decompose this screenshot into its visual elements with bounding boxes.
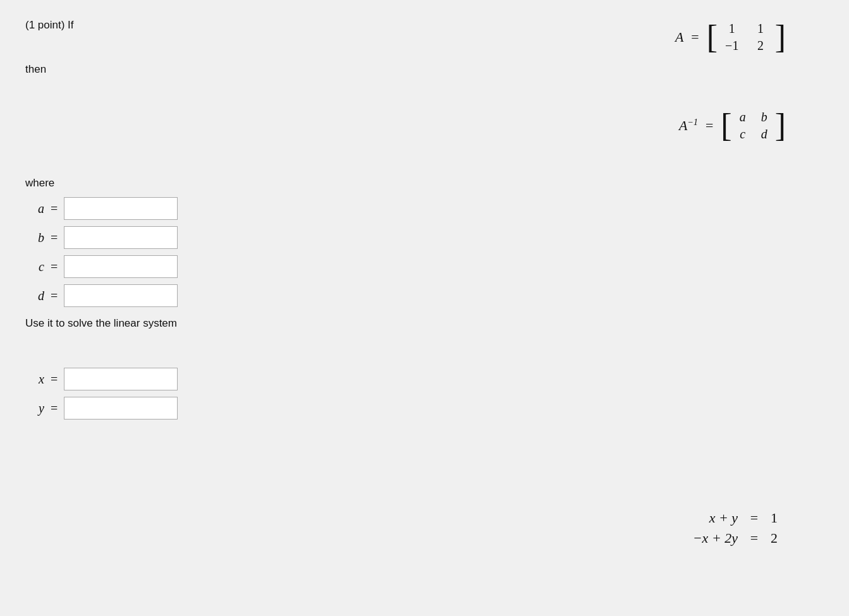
use-it-label: Use it to solve the linear system (25, 317, 824, 330)
a-input-row: a = (25, 197, 824, 220)
x-eq-sign: = (51, 372, 58, 387)
system-row2-eq: = (748, 530, 760, 547)
matrix-Ainv-bracket: [ a b c d ] (721, 107, 786, 144)
y-input-row: y = (25, 397, 824, 420)
y-eq-sign: = (51, 401, 58, 416)
matrix-A-entries: 1 1 −1 2 (720, 19, 773, 56)
a-var-label: a (25, 202, 44, 216)
where-section: where a = b = c = d = Use it to solve th… (25, 177, 824, 330)
x-input[interactable] (64, 368, 178, 390)
b-input-row: b = (25, 226, 824, 249)
matrix-Ainv-superscript: −1 (687, 118, 697, 127)
matrix-Ainv-label: A−1 (679, 118, 698, 134)
xy-section: x = y = (25, 368, 824, 420)
matrix-A-entry-12: 1 (754, 21, 767, 36)
matrix-Ainv-A: A (679, 118, 687, 133)
c-eq-sign: = (51, 260, 58, 274)
matrix-Ainv-display: A−1 = [ a b c d ] (679, 107, 786, 144)
system-row1-rhs: 1 (771, 510, 786, 526)
d-input[interactable] (64, 284, 178, 307)
matrix-A-entry-22: 2 (754, 39, 767, 53)
system-row-1: x + y = 1 (649, 510, 786, 526)
system-row2-rhs: 2 (771, 530, 786, 547)
system-row1-lhs: x + y (649, 510, 738, 526)
y-var-label: y (25, 401, 44, 416)
b-input[interactable] (64, 226, 178, 249)
system-row-2: −x + 2y = 2 (649, 530, 786, 547)
page-content: (1 point) If A = [ 1 1 −1 2 ] then A−1 =… (25, 19, 824, 616)
bracket-right-Ainv: ] (775, 107, 786, 144)
c-input-row: c = (25, 255, 824, 278)
system-row1-eq: = (748, 510, 760, 526)
matrix-Ainv-entry-a: a (740, 110, 746, 124)
linear-system: x + y = 1 −x + 2y = 2 (649, 510, 786, 547)
matrix-Ainv-entry-d: d (761, 127, 767, 142)
a-eq-sign: = (51, 202, 58, 216)
c-input[interactable] (64, 255, 178, 278)
matrix-Ainv-entries: a b c d (735, 107, 773, 144)
bracket-left-A: [ (707, 19, 718, 56)
b-eq-sign: = (51, 231, 58, 245)
matrix-A-entry-11: 1 (725, 21, 738, 36)
bracket-right-A: ] (775, 19, 786, 56)
matrix-A-equals: = (691, 29, 699, 45)
matrix-A-entry-21: −1 (725, 39, 738, 53)
matrix-A-label: A (675, 29, 683, 45)
c-var-label: c (25, 260, 44, 274)
a-input[interactable] (64, 197, 178, 220)
x-input-row: x = (25, 368, 824, 390)
matrix-Ainv-entry-b: b (761, 110, 767, 124)
matrix-Ainv-entry-c: c (740, 127, 746, 142)
d-eq-sign: = (51, 289, 58, 303)
x-var-label: x (25, 372, 44, 387)
then-label: then (25, 63, 824, 76)
where-label: where (25, 177, 824, 190)
b-var-label: b (25, 231, 44, 245)
matrix-A-display: A = [ 1 1 −1 2 ] (675, 19, 786, 56)
d-var-label: d (25, 289, 44, 303)
system-row2-lhs: −x + 2y (649, 530, 738, 547)
bracket-left-Ainv: [ (721, 107, 731, 144)
matrix-A-bracket: [ 1 1 −1 2 ] (707, 19, 786, 56)
y-input[interactable] (64, 397, 178, 420)
matrix-Ainv-equals: = (705, 118, 713, 134)
d-input-row: d = (25, 284, 824, 307)
